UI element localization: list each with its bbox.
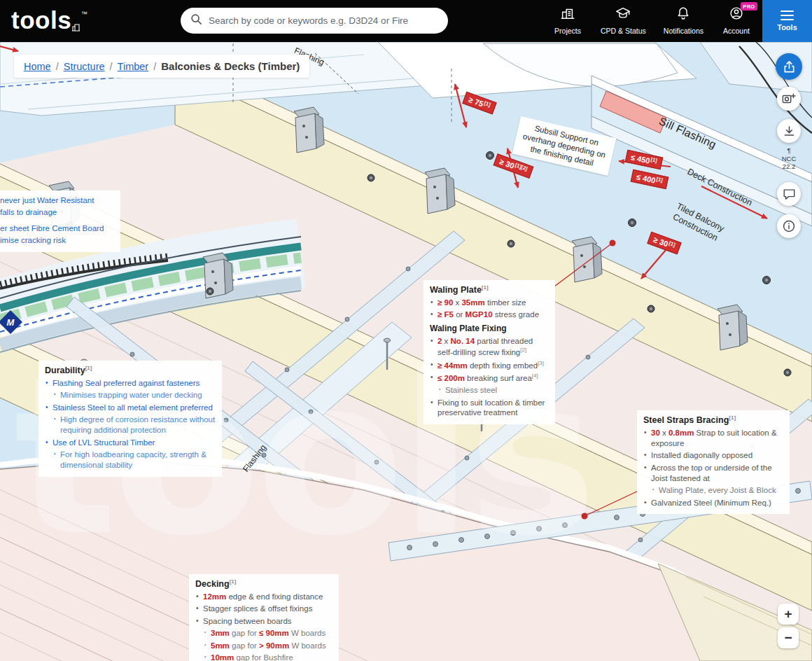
download-icon <box>783 125 796 137</box>
tools-menu-button[interactable]: Tools <box>762 0 812 42</box>
edge-note-line: never just Water Resistant <box>0 195 115 207</box>
nav-cpd-status[interactable]: CPD & Status <box>601 6 646 35</box>
tools-menu-label: Tools <box>777 23 797 32</box>
search-bar[interactable] <box>181 8 448 34</box>
logo-text: tools <box>11 6 71 34</box>
nav-label: Notifications <box>664 27 704 35</box>
zoom-controls: + − <box>778 604 799 648</box>
callout-steel-straps: Steel Straps Bracing[1]30 x 0.8mm Strap … <box>637 410 790 514</box>
comments-button[interactable] <box>777 182 801 206</box>
bell-icon <box>676 6 691 24</box>
breadcrumb-separator: / <box>56 61 59 72</box>
info-icon <box>782 219 796 233</box>
app-window: tools ™ Projects CPD & S <box>0 0 812 661</box>
menu-icon <box>780 11 794 21</box>
header-nav: Projects CPD & Status Notifications PRO <box>552 6 752 35</box>
ncc-code-button[interactable]: ¶ NCC 22.2 <box>773 147 805 171</box>
share-button[interactable] <box>776 53 802 80</box>
callout-durability: Durability[1]Flashing Seal preferred aga… <box>38 361 222 477</box>
search-icon <box>190 13 202 28</box>
nav-projects[interactable]: Projects <box>552 6 583 35</box>
nav-account[interactable]: PRO Account <box>721 6 752 35</box>
add-screenshot-button[interactable] <box>777 87 801 111</box>
ncc-version: 22.2 <box>773 163 805 171</box>
zoom-in-button[interactable]: + <box>778 604 799 625</box>
logo-building-icon <box>72 9 80 37</box>
edge-note-line: er sheet Fibre Cement Board <box>0 223 115 235</box>
breadcrumb-separator: / <box>110 61 113 72</box>
zoom-out-button[interactable]: − <box>778 627 799 648</box>
breadcrumb-home[interactable]: Home <box>24 61 51 72</box>
edge-note-line: falls to drainage <box>0 207 115 218</box>
share-icon <box>783 60 796 74</box>
callout-waling-plate: Waling Plate[1]≥ 90 x 35mm timber size≥ … <box>424 280 555 424</box>
svg-text:M: M <box>7 317 15 328</box>
breadcrumb-current-page: Balconies & Decks (Timber) <box>161 60 300 72</box>
callout-decking: Decking[1]12mm edge & end fixing distanc… <box>189 574 339 661</box>
graduation-cap-icon <box>615 6 631 24</box>
edge-notes: never just Water Resistant falls to drai… <box>0 190 120 252</box>
download-button[interactable] <box>777 119 801 143</box>
ncc-icon: ¶ <box>773 147 805 155</box>
breadcrumb-timber[interactable]: Timber <box>118 61 149 72</box>
edge-note-line: imise cracking risk <box>0 235 115 246</box>
breadcrumb-structure[interactable]: Structure <box>64 61 105 72</box>
pro-badge: PRO <box>741 2 757 11</box>
image-plus-icon <box>782 92 796 105</box>
nav-notifications[interactable]: Notifications <box>664 6 704 35</box>
breadcrumb: Home/Structure/Timber/Balconies & Decks … <box>14 55 309 78</box>
info-button[interactable] <box>777 214 801 238</box>
nav-label: Account <box>723 27 750 35</box>
nav-label: Projects <box>554 27 581 35</box>
comment-icon <box>783 188 796 200</box>
projects-icon <box>560 6 575 24</box>
top-bar: tools ™ Projects CPD & S <box>0 0 812 42</box>
nav-label: CPD & Status <box>601 27 646 35</box>
search-input[interactable] <box>209 15 438 26</box>
app-logo[interactable]: tools ™ <box>11 6 88 37</box>
logo-tm: ™ <box>81 11 88 18</box>
diagram-canvas[interactable]: M M <box>0 42 812 661</box>
breadcrumb-separator: / <box>153 61 156 72</box>
